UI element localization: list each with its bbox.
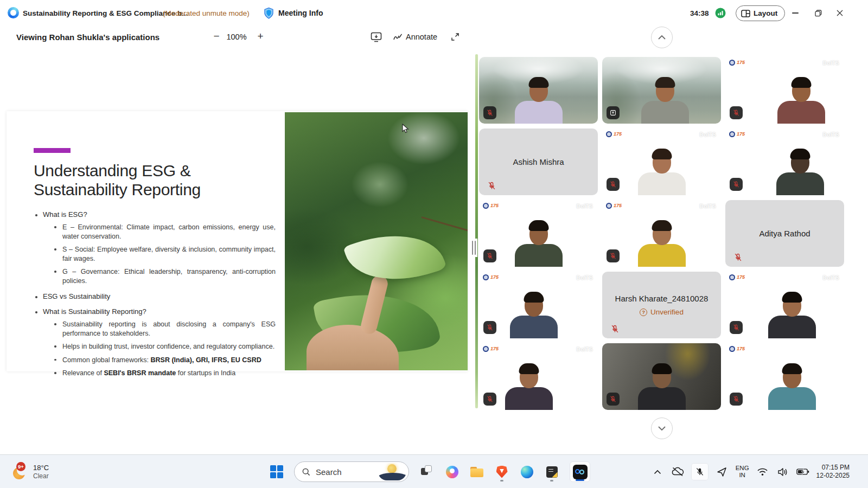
mic-in-use-muted-icon[interactable] (691, 463, 709, 480)
participant-tile-video[interactable]: 175 (725, 343, 844, 410)
volume-icon[interactable] (776, 465, 789, 478)
mic-muted-icon (483, 106, 496, 119)
viewing-label: Viewing Rohan Shukla's applications (16, 26, 159, 48)
participant-tile-video[interactable]: 175DoITS (479, 343, 598, 410)
presenter-cursor-icon (402, 124, 409, 133)
taskbar-dock: Search (270, 455, 590, 488)
mic-muted-icon (730, 106, 743, 119)
wifi-icon[interactable] (756, 465, 769, 478)
close-button[interactable] (831, 4, 849, 22)
participant-tile-name[interactable]: Ashish Mishra (479, 129, 598, 195)
participant-tile-video[interactable] (479, 57, 598, 124)
zoom-out-button[interactable]: − (208, 28, 225, 44)
participant-video (766, 363, 818, 410)
iit-roorkee-logo: 175 (606, 131, 622, 137)
webex-app-icon-active[interactable] (570, 461, 590, 482)
iit-roorkee-logo: 175 (483, 346, 499, 352)
shared-screen-icon[interactable] (369, 30, 383, 44)
participant-tile-video[interactable]: 175DoITS (725, 272, 844, 338)
participant-tile-video[interactable] (602, 343, 721, 410)
weather-moon-icon: 9+ (12, 463, 28, 480)
battery-charging-icon[interactable] (796, 465, 809, 478)
mic-muted-icon (730, 393, 743, 406)
participant-video (636, 220, 688, 267)
participant-video (775, 77, 827, 124)
participant-tile-video[interactable]: 175DoITS (602, 129, 721, 195)
participant-tile-video[interactable] (602, 57, 721, 124)
participant-video (513, 220, 565, 267)
share-toolbar: Viewing Rohan Shukla's applications − 10… (0, 26, 868, 48)
doits-watermark: DoITS (823, 275, 839, 281)
doits-watermark: DoITS (700, 132, 716, 138)
notification-count-badge: 9+ (16, 462, 25, 471)
start-button[interactable] (270, 465, 283, 478)
screen-sharing-icon (607, 106, 620, 119)
notes-app-icon[interactable] (545, 464, 559, 480)
search-icon (302, 468, 310, 476)
participant-video (508, 292, 560, 338)
panel-resize-handle[interactable] (470, 239, 477, 257)
participant-tile-video[interactable]: 175DoITS (725, 129, 844, 195)
zoom-level: 100% (226, 26, 247, 48)
unverified-badge: ?Unverified (640, 308, 684, 316)
mic-muted-icon (730, 321, 743, 334)
participant-tile-name[interactable]: Aditya Rathod (725, 200, 844, 267)
mic-muted-icon (610, 324, 620, 333)
search-box[interactable]: Search (294, 461, 409, 482)
minimize-button[interactable] (786, 4, 805, 22)
file-explorer-icon[interactable] (470, 464, 484, 480)
titlebar: Sustainability Reporting & ESG Complianc… (0, 0, 868, 26)
edge-browser-icon[interactable] (520, 464, 534, 480)
slide-bullets: What is ESG?E – Environmental: Climate i… (34, 203, 282, 378)
restore-button[interactable] (809, 4, 827, 22)
participant-tile-name[interactable]: Harsh Kharate_24810028?Unverified (602, 272, 721, 338)
location-in-use-icon[interactable] (716, 465, 729, 478)
expand-view-icon[interactable] (448, 30, 462, 44)
task-view-button[interactable] (420, 464, 434, 480)
participant-name: Harsh Kharate_24810028 (615, 294, 709, 303)
brave-browser-icon[interactable] (495, 464, 509, 480)
slide-bullet: ESG vs Sustainability (34, 292, 282, 300)
slide-accent-bar (34, 148, 71, 153)
participant-video (774, 149, 826, 195)
annotate-button[interactable]: Annotate (393, 26, 437, 48)
doits-watermark: DoITS (700, 203, 716, 209)
iit-roorkee-logo: 175 (483, 203, 499, 209)
chevron-up-icon (658, 35, 666, 40)
mic-muted-icon (607, 178, 620, 191)
tray-chevron-up-icon[interactable] (651, 465, 664, 478)
participant-tile-video[interactable]: 175DoITS (479, 272, 598, 338)
weather-temperature: 18°C (33, 464, 49, 472)
moderated-unmute-note: (Moderated unmute mode) (163, 0, 250, 26)
participant-video (639, 77, 691, 124)
doits-watermark: DoITS (577, 275, 593, 281)
slide-bullet: Relevance of SEBI's BRSR mandate for sta… (54, 369, 276, 378)
participant-video (513, 77, 565, 124)
webex-logo-icon (8, 7, 19, 18)
weather-widget[interactable]: 9+ 18°C Clear (12, 455, 49, 488)
slide-bullet: Sustainability reporting is about disclo… (54, 320, 276, 338)
search-highlight-image (378, 463, 406, 480)
iit-roorkee-logo: 175 (483, 274, 499, 280)
participant-tile-video[interactable]: 175DoITS (725, 57, 844, 124)
scroll-up-button[interactable] (651, 27, 673, 48)
meeting-info-button[interactable]: Meeting Info (278, 0, 323, 26)
layout-button[interactable]: Layout (736, 5, 785, 21)
slide-title-line2: Sustainability Reporting (34, 180, 283, 199)
slide-bullet: Helps in building trust, investor confid… (54, 342, 276, 351)
participant-tile-video[interactable]: 175DoITS (479, 200, 598, 267)
zoom-in-button[interactable]: + (252, 28, 269, 44)
participant-video (503, 363, 555, 410)
shared-slide: Understanding ESG & Sustainability Repor… (7, 111, 468, 371)
language-indicator[interactable]: ENG IN (736, 465, 749, 479)
onedrive-paused-icon[interactable] (671, 465, 684, 478)
participant-grid: 175DoITSAshish Mishra175DoITS175DoITS175… (479, 57, 844, 410)
copilot-icon[interactable] (445, 464, 459, 480)
webex-meeting-window: Sustainability Reporting & ESG Complianc… (0, 0, 868, 488)
connection-quality-icon[interactable] (715, 8, 726, 18)
participant-tile-video[interactable]: 175DoITS (602, 200, 721, 267)
layout-grid-icon (741, 10, 750, 17)
iit-roorkee-logo: 175 (606, 203, 622, 209)
scroll-down-button[interactable] (651, 418, 673, 439)
clock-date[interactable]: 07:15 PM 12-02-2025 (816, 464, 850, 480)
